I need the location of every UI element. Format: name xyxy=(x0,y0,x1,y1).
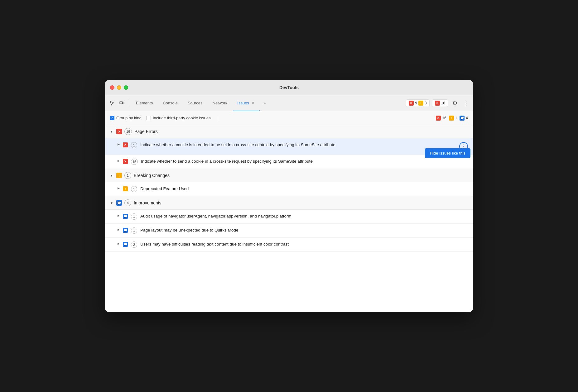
toolbar: Elements Console Sources Network Issues … xyxy=(105,95,473,111)
section-improvements[interactable]: ▼ 💬 4 Improvements xyxy=(105,196,473,210)
issue-5-icon: 💬 xyxy=(123,228,128,233)
filter-warning-count: 1 xyxy=(455,116,457,120)
settings-button[interactable]: ⚙ xyxy=(450,99,459,108)
toolbar-separator-1 xyxy=(129,99,129,107)
svg-rect-1 xyxy=(123,102,124,104)
issue-3-text: Deprecated Feature Used xyxy=(140,186,468,192)
toolbar-right: ✕ 9 ! 3 ✕ 16 ⚙ ⋮ xyxy=(406,99,470,108)
issue-6-text: Users may have difficulties reading text… xyxy=(140,241,468,247)
page-errors-icon: ✕ xyxy=(116,129,122,134)
issue-3-icon: ! xyxy=(123,186,128,191)
tab-network[interactable]: Network xyxy=(208,95,232,111)
improvements-title: Improvements xyxy=(134,200,161,205)
group-by-kind-checkbox-box[interactable]: ✓ xyxy=(110,116,114,120)
devtools-window: DevTools Elements Console Sources Networ… xyxy=(105,80,473,312)
error-warning-badge[interactable]: ✕ 9 ! 3 xyxy=(406,99,429,107)
issue-1-text: Indicate whether a cookie is intended to… xyxy=(140,142,456,148)
issues-count: 16 xyxy=(441,101,445,105)
page-errors-title: Page Errors xyxy=(134,129,158,134)
improvements-count: 4 xyxy=(124,199,131,206)
breaking-changes-count: 1 xyxy=(124,172,131,179)
issue-1-context-menu[interactable]: Hide issues like this xyxy=(425,148,470,158)
error-count: 9 xyxy=(415,101,417,105)
section-page-errors[interactable]: ▼ ✕ 16 Page Errors xyxy=(105,125,473,138)
issue-row-5[interactable]: ▶ 💬 1 Page layout may be unexpected due … xyxy=(105,224,473,238)
filter-error-count: 16 xyxy=(442,116,446,120)
issues-badge[interactable]: ✕ 16 xyxy=(432,99,448,107)
issue-4-text: Audit usage of navigator.userAgent, navi… xyxy=(140,213,468,219)
inspect-icon[interactable] xyxy=(108,99,116,108)
third-party-checkbox[interactable]: Include third-party cookie issues xyxy=(147,116,211,120)
third-party-label: Include third-party cookie issues xyxy=(153,116,211,120)
issue-3-count: 1 xyxy=(131,186,137,192)
close-button[interactable] xyxy=(110,85,114,90)
issue-5-text: Page layout may be unexpected due to Qui… xyxy=(140,227,468,233)
issue-4-count: 1 xyxy=(131,213,137,220)
issue-6-icon: 💬 xyxy=(123,242,128,247)
breaking-changes-icon: ! xyxy=(116,173,122,178)
issue-4-chevron: ▶ xyxy=(118,214,120,217)
tab-sources[interactable]: Sources xyxy=(183,95,207,111)
device-toggle-icon[interactable] xyxy=(118,99,126,108)
page-errors-chevron: ▼ xyxy=(110,130,113,133)
issue-2-count: 15 xyxy=(131,159,138,165)
issue-row-3[interactable]: ▶ ! 1 Deprecated Feature Used xyxy=(105,182,473,196)
page-errors-count: 16 xyxy=(124,128,132,135)
traffic-lights xyxy=(110,85,128,90)
svg-rect-0 xyxy=(120,102,123,104)
filter-bar: ✓ Group by kind Include third-party cook… xyxy=(105,111,473,125)
tab-issues[interactable]: Issues ✕ xyxy=(233,95,260,111)
more-options-button[interactable]: ⋮ xyxy=(462,99,470,108)
minimize-button[interactable] xyxy=(117,85,121,90)
issue-row-2[interactable]: ▶ ✕ 15 Indicate whether to send a cookie… xyxy=(105,155,473,169)
third-party-checkbox-box[interactable] xyxy=(147,116,151,120)
filter-error-badge: ✕ 16 xyxy=(436,116,446,121)
filter-info-badge: 💬 4 xyxy=(460,116,468,121)
filter-error-icon: ✕ xyxy=(436,116,441,121)
filter-info-icon: 💬 xyxy=(460,116,465,121)
issue-2-text: Indicate whether to send a cookie in a c… xyxy=(141,159,468,165)
section-breaking-changes[interactable]: ▼ ! 1 Breaking Changes xyxy=(105,169,473,182)
main-content: ▼ ✕ 16 Page Errors ▶ ✕ 1 Indicate whethe… xyxy=(105,125,473,312)
group-by-kind-checkbox[interactable]: ✓ Group by kind xyxy=(110,116,142,120)
filter-separator xyxy=(217,115,217,121)
issue-2-icon: ✕ xyxy=(123,159,128,164)
issue-4-icon: 💬 xyxy=(123,214,128,219)
issue-1-icon: ✕ xyxy=(123,142,128,147)
hide-issues-label: Hide issues like this xyxy=(430,151,465,155)
title-bar: DevTools xyxy=(105,80,473,95)
issue-6-chevron: ▶ xyxy=(118,242,120,245)
gear-icon: ⚙ xyxy=(452,100,457,107)
tab-issues-close[interactable]: ✕ xyxy=(251,101,255,105)
issue-3-chevron: ▶ xyxy=(118,187,120,190)
improvements-icon: 💬 xyxy=(116,200,122,206)
issue-1-count: 1 xyxy=(131,142,137,148)
breaking-changes-title: Breaking Changes xyxy=(134,173,170,178)
filter-badges: ✕ 16 ! 1 💬 4 xyxy=(436,116,468,121)
issue-row-1[interactable]: ▶ ✕ 1 Indicate whether a cookie is inten… xyxy=(105,138,473,155)
checkmark-icon: ✓ xyxy=(111,116,113,120)
more-tabs-button[interactable]: » xyxy=(261,99,268,107)
issue-row-6[interactable]: ▶ 💬 2 Users may have difficulties readin… xyxy=(105,238,473,252)
maximize-button[interactable] xyxy=(124,85,128,90)
warning-count: 3 xyxy=(425,101,427,105)
filter-warning-badge: ! 1 xyxy=(449,116,457,121)
issue-5-count: 1 xyxy=(131,227,137,234)
issue-5-chevron: ▶ xyxy=(118,228,120,231)
tab-console[interactable]: Console xyxy=(158,95,182,111)
more-vertical-icon: ⋮ xyxy=(463,100,469,107)
group-by-kind-label: Group by kind xyxy=(116,116,142,120)
issue-2-chevron: ▶ xyxy=(118,159,120,162)
breaking-changes-chevron: ▼ xyxy=(110,174,113,177)
issue-row-4[interactable]: ▶ 💬 1 Audit usage of navigator.userAgent… xyxy=(105,210,473,224)
issue-1-chevron: ▶ xyxy=(118,143,120,146)
filter-warning-icon: ! xyxy=(449,116,454,121)
issues-error-icon: ✕ xyxy=(435,101,440,106)
window-title: DevTools xyxy=(279,85,299,90)
warning-icon: ! xyxy=(418,101,423,106)
error-icon: ✕ xyxy=(409,101,414,106)
improvements-chevron: ▼ xyxy=(110,201,113,205)
filter-info-count: 4 xyxy=(466,116,468,120)
tab-elements[interactable]: Elements xyxy=(132,95,157,111)
issue-6-count: 2 xyxy=(131,241,137,248)
